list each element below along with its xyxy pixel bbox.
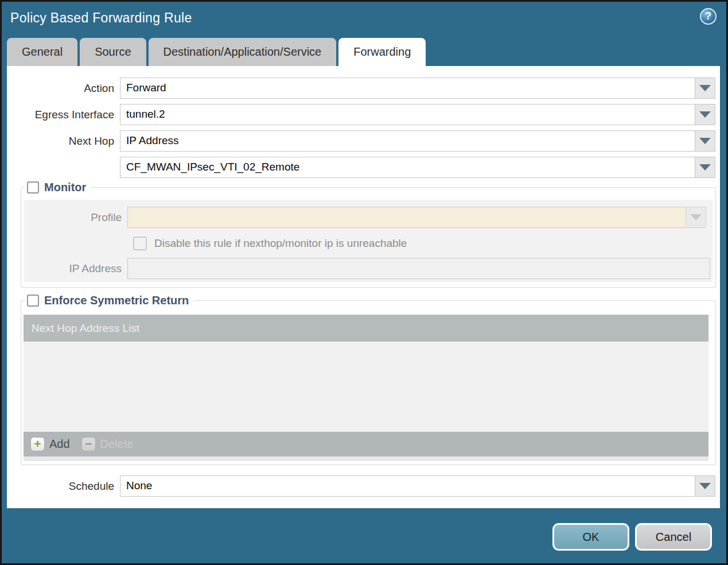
plus-icon: +: [30, 437, 45, 451]
tab-general[interactable]: General: [7, 38, 77, 66]
table-body: [24, 342, 708, 432]
help-icon: ?: [705, 10, 711, 22]
action-label: Action: [7, 78, 120, 99]
forwarding-tab-panel: Action Forward Egress Interface tunnel.2…: [7, 66, 720, 508]
next-hop-row: Next Hop IP Address: [7, 130, 715, 152]
chevron-down-icon: [699, 111, 711, 118]
disable-rule-label: Disable this rule if nexthop/monitor ip …: [154, 237, 407, 250]
add-button[interactable]: + Add: [30, 437, 70, 451]
profile-combobox: [127, 207, 686, 228]
next-hop-address-list-table: Next Hop Address List + Add − Delete: [24, 315, 708, 461]
monitor-checkbox[interactable]: [27, 181, 39, 194]
egress-interface-row: Egress Interface tunnel.2: [7, 104, 715, 125]
enforce-symmetric-return-checkbox[interactable]: [27, 295, 39, 307]
enforce-symmetric-return-section: Enforce Symmetric Return Next Hop Addres…: [21, 300, 716, 465]
action-dropdown-button[interactable]: [695, 78, 715, 99]
chevron-down-icon: [690, 214, 702, 220]
profile-label: Profile: [24, 207, 127, 228]
schedule-dropdown-button[interactable]: [695, 475, 715, 497]
chevron-down-icon: [699, 164, 711, 171]
table-toolbar: + Add − Delete: [24, 432, 708, 456]
monitor-panel: Profile Disable this rule if nexthop/mon…: [24, 200, 713, 282]
action-row: Action Forward: [7, 78, 715, 99]
next-hop-type-combobox[interactable]: IP Address: [120, 130, 695, 152]
cancel-button[interactable]: Cancel: [635, 523, 712, 551]
profile-dropdown-button: [686, 207, 706, 228]
ip-address-field: [127, 258, 710, 279]
next-hop-label: Next Hop: [7, 130, 120, 152]
chevron-down-icon: [699, 138, 711, 144]
table-resize-strip: [24, 456, 708, 461]
monitor-section: Monitor Profile Disable this rule if nex…: [21, 187, 716, 288]
tab-bar: General Source Destination/Application/S…: [7, 38, 426, 66]
enforce-symmetric-return-title: Enforce Symmetric Return: [44, 294, 189, 307]
ip-address-label: IP Address: [24, 258, 127, 279]
next-hop-address-list-column-header: Next Hop Address List: [32, 322, 139, 335]
chevron-down-icon: [699, 483, 711, 489]
profile-row: Profile: [24, 207, 706, 228]
delete-button: − Delete: [81, 437, 134, 451]
egress-interface-label: Egress Interface: [7, 104, 120, 125]
chevron-down-icon: [699, 85, 711, 91]
schedule-combobox[interactable]: None: [120, 475, 695, 497]
action-combobox[interactable]: Forward: [120, 78, 695, 99]
next-hop-address-dropdown-button[interactable]: [695, 157, 715, 178]
add-button-label: Add: [49, 438, 70, 451]
monitor-ip-address-row: IP Address: [24, 258, 710, 279]
schedule-row: Schedule None: [7, 475, 715, 497]
minus-icon: −: [81, 437, 96, 451]
table-header: Next Hop Address List: [24, 315, 708, 342]
delete-button-label: Delete: [100, 438, 134, 451]
next-hop-type-dropdown-button[interactable]: [695, 130, 715, 152]
egress-interface-dropdown-button[interactable]: [695, 104, 715, 125]
tab-forwarding[interactable]: Forwarding: [338, 38, 426, 66]
disable-rule-row: Disable this rule if nexthop/monitor ip …: [133, 235, 407, 251]
ok-button[interactable]: OK: [552, 523, 629, 551]
tab-source[interactable]: Source: [80, 38, 146, 66]
next-hop-address-row: CF_MWAN_IPsec_VTI_02_Remote: [7, 157, 715, 178]
dialog-title: Policy Based Forwarding Rule: [10, 10, 192, 26]
help-button[interactable]: ?: [700, 8, 717, 25]
monitor-section-title: Monitor: [44, 181, 86, 194]
schedule-label: Schedule: [7, 475, 120, 497]
policy-based-forwarding-rule-dialog: Policy Based Forwarding Rule ? General S…: [0, 0, 728, 565]
tab-destination-application-service[interactable]: Destination/Application/Service: [149, 38, 337, 66]
next-hop-address-combobox[interactable]: CF_MWAN_IPsec_VTI_02_Remote: [120, 157, 695, 178]
egress-interface-combobox[interactable]: tunnel.2: [120, 104, 695, 125]
disable-rule-checkbox: [133, 237, 147, 250]
